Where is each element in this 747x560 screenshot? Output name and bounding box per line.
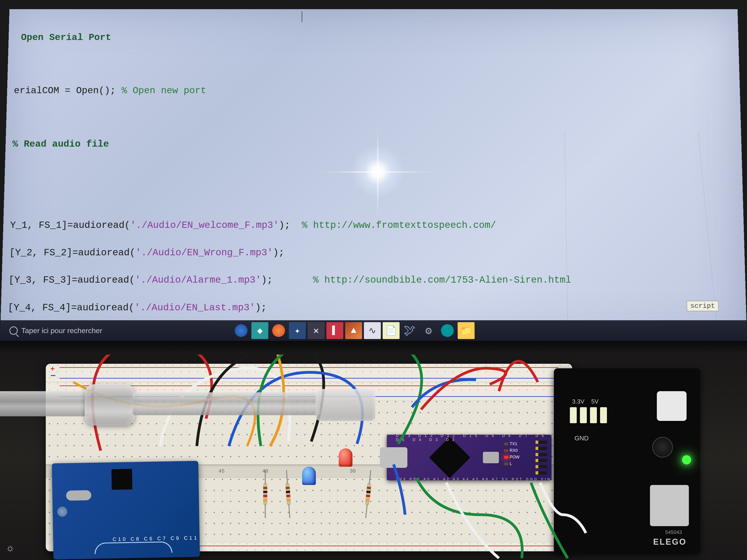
hardware-area: + − 60 55 50 45 40 35 30 25 20 15 10 D13… bbox=[0, 354, 747, 560]
code-string: './Audio/EN_Last.mp3' bbox=[134, 302, 255, 313]
code-text: [Y_4, FS_4]=audioread( bbox=[7, 302, 134, 313]
taskbar-app-icon[interactable] bbox=[270, 322, 287, 339]
power-button bbox=[657, 391, 687, 421]
laptop-bezel bbox=[0, 341, 747, 354]
code-comment: % Open new port bbox=[121, 85, 206, 96]
rfid-crystal bbox=[66, 490, 91, 501]
rfid-capacitor-labels: C10 C8 C6 C7 C9 C11 bbox=[112, 535, 199, 542]
code-section-header: Open Serial Port bbox=[21, 32, 111, 43]
power-rail-top: + − bbox=[46, 364, 572, 382]
code-text: [Y_3, FS_3]=audioread( bbox=[8, 275, 135, 286]
taskbar-app-icon[interactable]: 🕊 bbox=[402, 322, 418, 339]
nano-pin-labels-bottom: 3V3 REF A0 A1 A2 A3 A4 A5 A6 A7 5V RST G… bbox=[396, 477, 551, 481]
script-type-indicator: script bbox=[687, 301, 719, 311]
red-led bbox=[339, 448, 353, 466]
search-placeholder: Taper ici pour rechercher bbox=[21, 326, 103, 335]
brightness-icon bbox=[7, 542, 18, 553]
power-led-green bbox=[682, 455, 691, 464]
nano-pin-labels-top: D13 D12 D11 D10 D9 D8 D7 D6 D5 D4 D3 D2 bbox=[396, 434, 551, 442]
taskbar-app-icon[interactable]: ◆ bbox=[251, 322, 268, 339]
blue-led bbox=[302, 466, 316, 485]
capacitor bbox=[652, 437, 673, 457]
taskbar-arduino-icon[interactable] bbox=[439, 322, 456, 339]
code-string: './Audio/Alarme_1.mp3' bbox=[135, 275, 261, 286]
nano-reset-button bbox=[483, 452, 499, 463]
voltage-jumpers bbox=[570, 407, 607, 423]
arduino-nano: D13 D12 D11 D10 D9 D8 D7 D6 D5 D4 D3 D2 … bbox=[387, 435, 551, 480]
usb-mini-plug bbox=[316, 389, 375, 421]
usb-cable bbox=[0, 380, 252, 426]
taskbar-app-icon[interactable]: 📄 bbox=[383, 322, 400, 339]
windows-taskbar: Taper ici pour rechercher ◆ ✦ ✕ ▌ ▲ ∿ 📄 … bbox=[0, 320, 747, 341]
taskbar-app-icon[interactable] bbox=[233, 322, 250, 339]
voltage-labels: 3.3V 5V bbox=[572, 398, 598, 405]
rfid-antenna bbox=[94, 541, 172, 554]
rfid-rc522-module: C10 C8 C6 C7 C9 C11 bbox=[52, 461, 200, 559]
rfid-chip bbox=[111, 469, 132, 490]
nano-status-leds: TX1 RX0 POW L bbox=[504, 442, 519, 466]
taskbar-app-icon[interactable]: ✕ bbox=[308, 322, 325, 339]
brightness-indicator bbox=[7, 542, 18, 553]
gnd-label: GND bbox=[574, 435, 589, 442]
nano-usb-port bbox=[380, 447, 407, 468]
code-text: [Y_2, FS_2]=audioread( bbox=[9, 247, 135, 258]
taskbar-app-icon[interactable]: ✦ bbox=[289, 322, 306, 339]
serial-number: 545043 bbox=[665, 529, 682, 535]
ferrite-bead bbox=[85, 384, 135, 426]
elego-logo: ELEGO bbox=[653, 537, 687, 547]
code-section-header: % Read audio file bbox=[12, 139, 109, 150]
code-text: erialCOM = Open(); bbox=[14, 85, 122, 96]
taskbar-app-icon[interactable]: ▌ bbox=[326, 322, 343, 339]
code-text: Y_1, FS_1]=audioread( bbox=[10, 220, 130, 231]
nano-atmega-chip bbox=[429, 437, 470, 478]
text-cursor bbox=[302, 11, 302, 22]
taskbar-app-icon[interactable]: ⚙ bbox=[420, 322, 437, 339]
taskbar-explorer-icon[interactable]: 📁 bbox=[458, 322, 474, 339]
breadboard-power-supply: 3.3V 5V GND 545043 ELEGO bbox=[554, 368, 700, 554]
laptop-screen: Open Serial Port erialCOM = Open(); % Op… bbox=[0, 9, 747, 341]
power-led-on bbox=[504, 456, 508, 459]
code-string: './Audio/EN_welcome_F.mp3' bbox=[130, 220, 279, 231]
taskbar-matlab-icon[interactable]: ▲ bbox=[345, 322, 362, 339]
resistor bbox=[263, 483, 267, 506]
usb-a-port bbox=[650, 485, 689, 526]
search-icon bbox=[9, 326, 18, 335]
taskbar-app-icon[interactable]: ∿ bbox=[364, 322, 381, 339]
taskbar-search[interactable]: Taper ici pour rechercher bbox=[5, 326, 133, 335]
code-string: './Audio/EN_Wrong_F.mp3' bbox=[135, 247, 273, 258]
nano-pin-header bbox=[536, 439, 549, 476]
code-comment: % http://soundbible.com/1753-Alien-Siren… bbox=[313, 275, 571, 286]
rfid-mounting-hole bbox=[57, 506, 68, 517]
code-comment: % http://www.fromtexttospeech.com/ bbox=[302, 220, 496, 231]
